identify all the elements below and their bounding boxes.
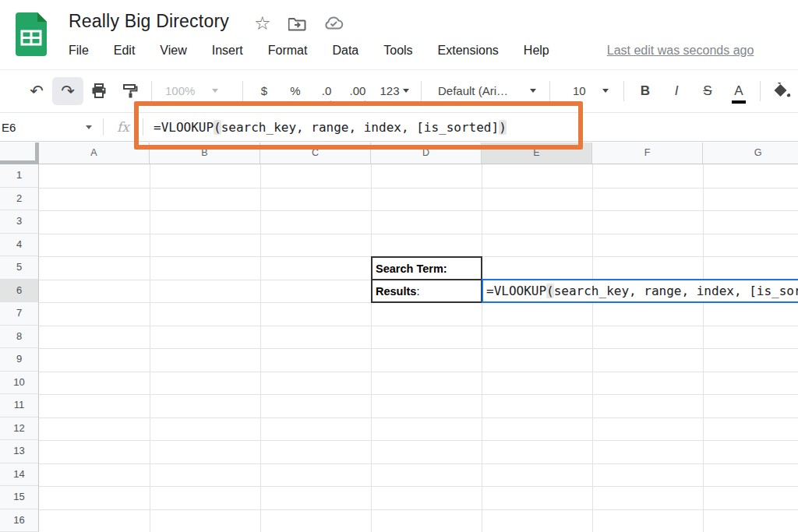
row-header-15[interactable]: 15 — [0, 486, 39, 509]
zoom-value: 100% — [165, 84, 195, 97]
cell-d5[interactable]: Search Term: — [373, 258, 481, 279]
gridline-horizontal — [39, 188, 798, 188]
menu-bar: File Edit View Insert Format Data Tools … — [67, 42, 754, 59]
row-header-3[interactable]: 3 — [0, 210, 39, 234]
row-header-1[interactable]: 1 — [0, 164, 39, 188]
right-arrow-icon: → — [359, 96, 368, 104]
document-title[interactable]: Really Big Directory — [69, 11, 229, 32]
menu-tools[interactable]: Tools — [382, 42, 414, 59]
column-header-E[interactable]: E — [482, 143, 592, 164]
cell-e6-editing[interactable]: =VLOOKUP(search_key, range, index, [is_s… — [482, 279, 798, 303]
row-header-6[interactable]: 6 — [0, 280, 39, 303]
toolbar-divider — [421, 81, 422, 101]
row-header-7[interactable]: 7 — [0, 302, 39, 326]
toolbar-divider — [151, 81, 152, 101]
row-header-11[interactable]: 11 — [0, 394, 39, 417]
redo-button[interactable]: ↷ — [52, 77, 83, 105]
more-formats-button[interactable]: 123 — [373, 77, 415, 105]
column-header-G[interactable]: G — [703, 143, 798, 164]
last-edit-link[interactable]: Last edit was seconds ago — [607, 44, 754, 58]
gridline-horizontal — [39, 326, 798, 326]
row-header-14[interactable]: 14 — [0, 463, 39, 487]
menu-data[interactable]: Data — [330, 42, 360, 59]
redo-icon: ↷ — [61, 83, 75, 99]
menu-view[interactable]: View — [158, 42, 188, 59]
menu-insert[interactable]: Insert — [210, 42, 245, 59]
menu-format[interactable]: Format — [267, 42, 309, 59]
gridline-horizontal — [39, 372, 798, 372]
gridline-horizontal — [39, 417, 798, 418]
row-header-9[interactable]: 9 — [0, 348, 39, 372]
row-header-16[interactable]: 16 — [0, 509, 39, 532]
application-header: Really Big Directory ☆ File Edit View In… — [0, 0, 798, 69]
gridline-horizontal — [39, 463, 798, 464]
menu-help[interactable]: Help — [522, 42, 551, 59]
move-folder-icon[interactable] — [288, 16, 306, 31]
select-all-corner[interactable] — [0, 143, 39, 164]
zoom-control[interactable]: 100% — [157, 84, 237, 97]
menu-extensions[interactable]: Extensions — [436, 42, 500, 59]
font-family-select[interactable]: Default (Ari… — [427, 77, 544, 105]
fill-color-icon — [772, 83, 791, 100]
toolbar-divider — [242, 81, 243, 101]
formula-bar: E6 fx =VLOOKUP(search_key, range, index,… — [0, 112, 798, 142]
column-header-B[interactable]: B — [150, 143, 260, 164]
text-color-button[interactable]: A — [723, 77, 754, 105]
left-arrow-icon: ← — [328, 96, 337, 104]
strikethrough-button[interactable]: S — [692, 77, 723, 105]
sheets-logo-icon[interactable] — [14, 12, 48, 56]
font-size-value: 10 — [573, 84, 602, 97]
paint-format-icon — [122, 83, 138, 99]
formula-bar-divider — [143, 118, 143, 136]
matched-paren: ) — [499, 120, 507, 135]
gridline-horizontal — [39, 486, 798, 487]
chevron-down-icon — [530, 89, 536, 93]
format-currency-button[interactable]: $ — [249, 77, 280, 105]
gridline-horizontal — [39, 394, 798, 395]
menu-file[interactable]: File — [67, 42, 90, 59]
chevron-down-icon — [212, 89, 218, 93]
toolbar-divider — [549, 81, 550, 101]
color-bar — [732, 100, 746, 104]
row-header-10[interactable]: 10 — [0, 372, 39, 395]
toolbar-divider — [623, 81, 624, 101]
increase-decimal-button[interactable]: .00 → — [342, 77, 373, 105]
gridline-horizontal — [39, 348, 798, 349]
row-header-2[interactable]: 2 — [0, 188, 39, 211]
undo-icon: ↶ — [30, 83, 44, 99]
name-box[interactable]: E6 — [0, 113, 103, 141]
column-header-D[interactable]: D — [371, 143, 482, 164]
formula-input[interactable]: =VLOOKUP(search_key, range, index, [is_s… — [154, 120, 507, 135]
print-icon — [91, 83, 107, 98]
fill-color-button[interactable] — [766, 77, 797, 105]
format-percent-button[interactable]: % — [280, 77, 311, 105]
cell-d6[interactable]: Results: — [373, 279, 481, 301]
column-header-A[interactable]: A — [39, 143, 150, 164]
font-family-value: Default (Ari… — [438, 84, 530, 97]
row-header-5[interactable]: 5 — [0, 256, 39, 280]
star-icon[interactable]: ☆ — [254, 14, 271, 33]
print-button[interactable] — [83, 77, 115, 105]
bold-button[interactable]: B — [630, 77, 661, 105]
column-header-C[interactable]: C — [260, 143, 371, 164]
matched-paren: ( — [214, 120, 221, 135]
toolbar: ↶ ↷ 100% $ % .0 ← .00 → 123 Default (Ar — [0, 69, 798, 111]
italic-button[interactable]: I — [661, 77, 692, 105]
undo-button[interactable]: ↶ — [21, 77, 52, 105]
spreadsheet-grid[interactable]: ABCDEFG12345678910111213141516 — [0, 143, 798, 532]
chevron-down-icon — [86, 125, 92, 129]
toolbar-divider — [760, 81, 761, 101]
chevron-down-icon — [403, 89, 409, 93]
row-header-13[interactable]: 13 — [0, 440, 39, 463]
row-header-8[interactable]: 8 — [0, 326, 39, 349]
font-size-select[interactable]: 10 — [556, 77, 618, 105]
cloud-status-icon[interactable] — [323, 16, 344, 30]
decrease-decimal-button[interactable]: .0 ← — [311, 77, 342, 105]
row-header-12[interactable]: 12 — [0, 417, 39, 441]
menu-edit[interactable]: Edit — [112, 42, 137, 59]
column-header-F[interactable]: F — [592, 143, 703, 164]
paint-format-button[interactable] — [115, 77, 146, 105]
row-header-4[interactable]: 4 — [0, 234, 39, 257]
gridline-horizontal — [39, 509, 798, 510]
gridline-horizontal — [39, 234, 798, 234]
